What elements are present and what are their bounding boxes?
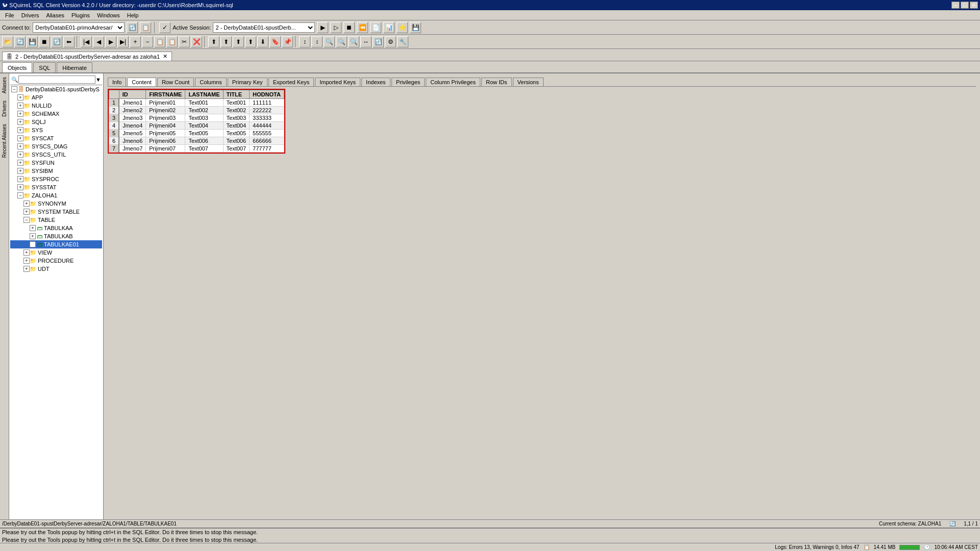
tree-item-udt[interactable]: +📁UDT: [10, 265, 102, 273]
tree-expand-app[interactable]: +: [17, 94, 23, 101]
tree-expand-tabulkae01[interactable]: +: [30, 241, 36, 247]
cell-4-2[interactable]: Text005: [185, 130, 223, 137]
table-tab-primary-key[interactable]: Primary Key: [228, 78, 267, 86]
toolbar-btn-4[interactable]: ⏹: [39, 36, 50, 47]
tree-expand-zaloha1[interactable]: −: [17, 192, 23, 198]
toolbar-nav-3[interactable]: ▶: [105, 36, 116, 47]
tree-item-table[interactable]: −📁TABLE: [10, 216, 102, 224]
tree-expand-procedure[interactable]: +: [23, 258, 30, 264]
tree-expand-udt[interactable]: +: [23, 266, 30, 272]
tree-expand-schemax[interactable]: +: [17, 111, 23, 117]
tree-expand-tabulkab[interactable]: +: [30, 233, 36, 239]
tree-item-app[interactable]: +📁APP: [10, 93, 102, 102]
tree-expand-derbydatabe01-spustderbys[interactable]: −: [11, 86, 17, 92]
toolbar-extra-13[interactable]: ↔: [360, 36, 372, 47]
cell-6-3[interactable]: Text007: [223, 145, 250, 153]
toolbar-nav-8[interactable]: 📋: [166, 36, 178, 47]
cell-1-0[interactable]: Jmeno2: [119, 107, 146, 114]
tree-expand-table[interactable]: −: [23, 217, 30, 223]
tree-expand-sys[interactable]: +: [17, 127, 23, 133]
obj-tab-objects[interactable]: Objects: [2, 62, 32, 72]
toolbar-extra-3[interactable]: ⬆: [233, 36, 244, 47]
toolbar-extra-15[interactable]: ⚙: [385, 36, 396, 47]
cell-1-3[interactable]: Text002: [223, 107, 250, 114]
cell-0-4[interactable]: 111111: [250, 99, 284, 107]
menu-item-help[interactable]: Help: [124, 11, 142, 19]
tree-item-tabulkae01[interactable]: +🗃TABULKAE01: [10, 240, 102, 248]
connect-extra-btn[interactable]: 📋: [140, 22, 151, 33]
tree-item-tabulkab[interactable]: +🗃TABULKAB: [10, 232, 102, 240]
toolbar-btn-3[interactable]: 💾: [27, 36, 38, 47]
tree-item-syscs_util[interactable]: +📁SYSCS_UTIL: [10, 151, 102, 159]
session-tab[interactable]: 🗄 2 - DerbyDatabE01-spustDerbyServer-adr…: [2, 52, 172, 61]
toolbar-extra-14[interactable]: 🔃: [373, 36, 384, 47]
tree-item-zaloha1[interactable]: −📁ZALOHA1: [10, 191, 102, 199]
session-btn-5[interactable]: 📄: [370, 22, 381, 33]
session-btn-8[interactable]: 💾: [410, 22, 421, 33]
table-tab-columns[interactable]: Columns: [195, 78, 226, 86]
tree-item-view[interactable]: +📁VIEW: [10, 248, 102, 257]
tree-expand-system table[interactable]: +: [23, 209, 30, 215]
active-session-dropdown[interactable]: 2 - DerbyDatabE01-spustDerb...: [213, 22, 315, 33]
toolbar-nav-7[interactable]: 📋: [154, 36, 165, 47]
cell-1-1[interactable]: Prijmeni02: [146, 107, 185, 114]
table-row[interactable]: 3Jmeno3Prijmeni03Text003Text003333333: [109, 114, 284, 122]
table-tab-row-ids[interactable]: Row IDs: [481, 78, 512, 86]
toolbar-extra-16[interactable]: 🔧: [397, 36, 408, 47]
cell-6-2[interactable]: Text007: [185, 145, 223, 153]
session-btn-2[interactable]: ▷: [330, 22, 341, 33]
tree-expand-syscs_util[interactable]: +: [17, 152, 23, 158]
obj-tab-hibernate[interactable]: Hibernate: [57, 62, 92, 72]
menu-item-windows[interactable]: Windows: [94, 11, 123, 19]
toolbar-nav-4[interactable]: ▶|: [117, 36, 129, 47]
cell-3-2[interactable]: Text004: [185, 122, 223, 130]
far-left-tab-aliases[interactable]: Aliases: [0, 73, 9, 97]
cell-6-4[interactable]: 777777: [250, 145, 284, 153]
table-tab-exported-keys[interactable]: Exported Keys: [268, 78, 314, 86]
connect-dropdown[interactable]: DerbyDatabE01-primoAdresar/: [33, 22, 125, 33]
tree-item-tabulkaa[interactable]: +🗃TABULKAA: [10, 224, 102, 232]
cell-4-4[interactable]: 555555: [250, 130, 284, 137]
cell-5-0[interactable]: Jmeno6: [119, 137, 146, 145]
table-row[interactable]: 4Jmeno4Prijmeni04Text004Text004444444: [109, 122, 284, 130]
tree-expand-sysproc[interactable]: +: [17, 176, 23, 182]
toolbar-nav-6[interactable]: −: [142, 36, 153, 47]
toolbar-btn-2[interactable]: 🔄: [14, 36, 26, 47]
table-row[interactable]: 6Jmeno6Prijmeni06Text006Text006666666: [109, 137, 284, 145]
tree-item-sysproc[interactable]: +📁SYSPROC: [10, 175, 102, 183]
toolbar-nav-5[interactable]: +: [130, 36, 141, 47]
tree-item-sysstat[interactable]: +📁SYSSTAT: [10, 183, 102, 191]
toolbar-nav-9[interactable]: ✂: [179, 36, 190, 47]
tree-item-system table[interactable]: +📁SYSTEM TABLE: [10, 208, 102, 216]
cell-5-3[interactable]: Text006: [223, 137, 250, 145]
tree-expand-tabulkaa[interactable]: +: [30, 225, 36, 231]
restore-button[interactable]: □: [961, 2, 969, 9]
menu-item-file[interactable]: File: [2, 11, 17, 19]
menu-item-aliases[interactable]: Aliases: [43, 11, 67, 19]
cell-5-4[interactable]: 666666: [250, 137, 284, 145]
tree-item-sysibm[interactable]: +📁SYSIBM: [10, 167, 102, 175]
connect-refresh-btn[interactable]: 🔃: [127, 22, 138, 33]
tree-expand-nullid[interactable]: +: [17, 103, 23, 109]
session-btn-6[interactable]: 📊: [383, 22, 395, 33]
cell-0-1[interactable]: Prijmeni01: [146, 99, 185, 107]
table-row[interactable]: 2Jmeno2Prijmeni02Text002Text002222222: [109, 107, 284, 114]
cell-2-3[interactable]: Text003: [223, 114, 250, 122]
tree-expand-view[interactable]: +: [23, 249, 30, 256]
cell-6-0[interactable]: Jmeno7: [119, 145, 146, 153]
cell-3-1[interactable]: Prijmeni04: [146, 122, 185, 130]
far-left-tab-drivers[interactable]: Drivers: [0, 97, 9, 120]
cell-5-2[interactable]: Text006: [185, 137, 223, 145]
cell-1-4[interactable]: 222222: [250, 107, 284, 114]
cell-5-1[interactable]: Prijmeni06: [146, 137, 185, 145]
toolbar-extra-6[interactable]: 🔖: [270, 36, 281, 47]
cell-4-0[interactable]: Jmeno5: [119, 130, 146, 137]
toolbar-btn-5[interactable]: 🔃: [51, 36, 62, 47]
toolbar-btn-1[interactable]: 📂: [2, 36, 13, 47]
toolbar-extra-9[interactable]: ↕: [311, 36, 323, 47]
cell-0-3[interactable]: Text001: [223, 99, 250, 107]
table-tab-content[interactable]: Content: [127, 78, 156, 86]
tree-item-sqlj[interactable]: +📁SQLJ: [10, 118, 102, 126]
tree-expand-sqlj[interactable]: +: [17, 119, 23, 125]
tree-item-procedure[interactable]: +📁PROCEDURE: [10, 257, 102, 265]
